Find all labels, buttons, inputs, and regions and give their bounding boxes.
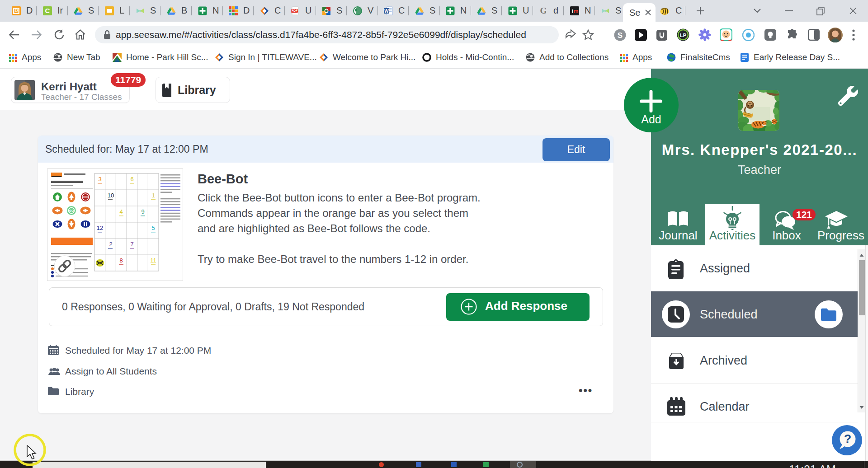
svg-text:11: 11 [150,257,156,264]
svg-text:C: C [45,7,50,14]
svg-text:4: 4 [119,208,123,215]
svg-text:i: i [572,8,573,14]
svg-text:W: W [384,9,389,14]
svg-text:LP: LP [680,33,686,38]
svg-text:1: 1 [151,192,155,199]
svg-text:PDF: PDF [292,9,297,12]
svg-text:8: 8 [119,257,123,264]
svg-text:2: 2 [109,241,112,248]
svg-text:D: D [14,8,18,13]
svg-text:3: 3 [98,176,101,183]
svg-text:G: G [540,6,547,15]
svg-text:10: 10 [108,192,114,199]
svg-text:12: 12 [97,225,103,231]
svg-text:GO: GO [69,209,74,212]
svg-text:?: ? [844,432,852,446]
svg-text:9: 9 [141,208,144,215]
svg-text:7: 7 [130,241,133,248]
svg-text:6: 6 [130,176,133,183]
svg-text:S: S [618,31,623,40]
svg-text:m: m [574,8,579,14]
svg-text:5: 5 [151,225,155,231]
